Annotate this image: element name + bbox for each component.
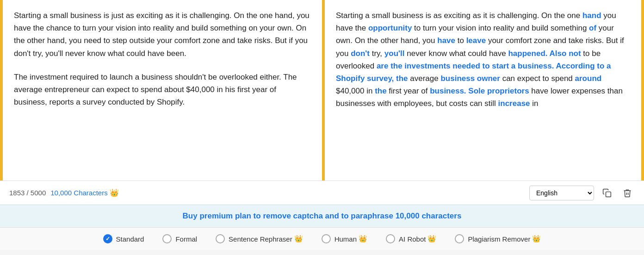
radio-standard — [103, 234, 112, 243]
mode-option-ai-robot[interactable]: AI Robot 👑 — [386, 234, 436, 243]
text-segment-14: in — [530, 99, 539, 108]
char-count-text: 1853 / 5000 — [9, 189, 46, 197]
text-highlight-hand: hand — [582, 11, 601, 20]
bottom-bar: 1853 / 5000 10,000 Characters 👑 English … — [0, 180, 644, 205]
radio-human — [322, 234, 331, 243]
mode-label-standard: Standard — [116, 235, 144, 243]
copy-button[interactable] — [600, 187, 614, 199]
mode-label-sentence-rephraser: Sentence Rephraser 👑 — [229, 235, 303, 243]
text-highlight-business-sole: business. Sole proprietors — [430, 87, 529, 95]
crown-plagiarism-remover: 👑 — [532, 235, 541, 243]
text-highlight-happened: happened. Also not — [508, 49, 581, 58]
svg-rect-0 — [606, 192, 611, 197]
mode-option-standard[interactable]: Standard — [103, 234, 144, 243]
crown-sentence-rephraser: 👑 — [294, 235, 303, 243]
left-panel: Starting a small business is just as exc… — [0, 0, 322, 180]
text-segment-7: never know what could have — [405, 49, 508, 58]
left-paragraph-1: Starting a small business is just as exc… — [14, 9, 311, 60]
right-panel: Starting a small business is as exciting… — [322, 0, 644, 180]
mode-bar: Standard Formal Sentence Rephraser 👑 Hum… — [0, 227, 644, 250]
text-segment-9: average — [408, 74, 441, 83]
language-select[interactable]: English Spanish French German Italian Po… — [529, 186, 594, 200]
text-highlight-dont: don't — [351, 49, 370, 58]
text-highlight-opportunity: opportunity — [368, 24, 412, 32]
text-highlight-of: of — [589, 24, 596, 32]
crown-icon: 👑 — [110, 188, 119, 197]
radio-formal — [162, 234, 172, 243]
bottom-right-controls: English Spanish French German Italian Po… — [529, 186, 635, 200]
mode-option-formal[interactable]: Formal — [162, 234, 197, 243]
mode-option-plagiarism-remover[interactable]: Plagiarism Remover 👑 — [455, 234, 541, 243]
text-segment-4: to — [455, 36, 466, 45]
text-highlight-increase: increase — [498, 99, 530, 108]
text-highlight-the: the — [375, 87, 387, 95]
text-highlight-leave: leave — [466, 36, 486, 45]
mode-option-sentence-rephraser[interactable]: Sentence Rephraser 👑 — [216, 234, 303, 243]
mode-label-human: Human 👑 — [334, 235, 367, 243]
mode-option-human[interactable]: Human 👑 — [322, 234, 367, 243]
left-paragraph-2: The investment required to launch a busi… — [14, 71, 311, 109]
upgrade-characters-link[interactable]: 10,000 Characters 👑 — [50, 188, 118, 197]
upgrade-label: 10,000 Characters — [50, 189, 107, 197]
text-highlight-around: around — [575, 74, 602, 83]
radio-ai-robot — [386, 234, 395, 243]
radio-plagiarism-remover — [455, 234, 464, 243]
text-segment-12: first year of — [387, 87, 430, 95]
radio-sentence-rephraser — [216, 234, 225, 243]
promo-banner: Buy premium plan to remove captcha and t… — [0, 205, 644, 227]
promo-link[interactable]: Buy premium plan to remove captcha and t… — [183, 211, 462, 220]
text-segment-2: to turn your vision into reality and bui… — [412, 24, 589, 32]
crown-human: 👑 — [359, 235, 367, 243]
char-count-container: 1853 / 5000 10,000 Characters 👑 — [9, 188, 119, 197]
text-highlight-business-owner: business owner — [440, 74, 500, 83]
mode-label-plagiarism-remover: Plagiarism Remover 👑 — [468, 235, 541, 243]
crown-ai-robot: 👑 — [427, 235, 436, 243]
right-panel-text: Starting a small business is as exciting… — [333, 9, 633, 110]
text-segment-10: can expect to spend — [500, 74, 575, 83]
mode-label-formal: Formal — [175, 235, 197, 243]
text-highlight-have: have — [437, 36, 455, 45]
text-panels: Starting a small business is just as exc… — [0, 0, 644, 180]
mode-label-ai-robot: AI Robot 👑 — [399, 235, 436, 243]
delete-button[interactable] — [620, 187, 635, 199]
main-container: Starting a small business is just as exc… — [0, 0, 644, 250]
text-highlight-youll: you'll — [384, 49, 405, 58]
text-segment-0: Starting a small business is as exciting… — [336, 11, 582, 20]
text-segment-11: $40,000 in — [336, 87, 375, 95]
text-segment-6: try, — [370, 49, 384, 58]
